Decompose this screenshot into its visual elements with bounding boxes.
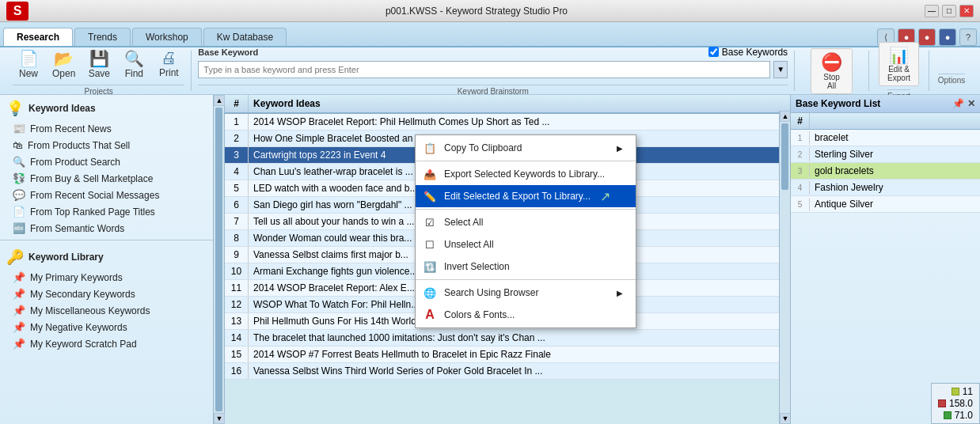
sidebar-scroll-up[interactable]: ▲: [214, 95, 225, 106]
base-keyword-input[interactable]: [198, 61, 770, 78]
keyword-table-container: # Keyword Ideas 1 2014 WSOP Bracelet Rep…: [225, 95, 790, 424]
submenu-arrow2-icon: ▶: [617, 289, 623, 297]
export-selected-icon: 📤: [422, 166, 438, 182]
right-panel-controls: 📌 ✕: [952, 98, 975, 109]
table-row[interactable]: 1 2014 WSOP Bracelet Report: Phil Hellmu…: [225, 114, 790, 131]
sidebar-item-semantic-words[interactable]: 🔤 From Semantic Words: [0, 220, 213, 237]
sidebar-item-buy-sell[interactable]: 💱 From Buy & Sell Marketplace: [0, 170, 213, 187]
title-bar: S p001.KWSS - Keyword Strategy Studio Pr…: [0, 0, 980, 22]
scratch-pad-icon: 📌: [13, 338, 25, 350]
sidebar-item-negative-kw[interactable]: 📌 My Negative Keywords: [0, 319, 213, 335]
sidebar-item-products-sell[interactable]: 🛍 From Products That Sell: [0, 137, 213, 153]
sidebar-scroll-down[interactable]: ▼: [214, 413, 225, 424]
stop-all-button[interactable]: ⛔ Stop All: [811, 48, 853, 94]
list-item-highlight[interactable]: 3 gold bracelets: [791, 163, 980, 180]
ctx-unselect-all[interactable]: ☐ Unselect All: [416, 233, 636, 256]
base-keyword-label: Base Keyword: [198, 47, 258, 57]
minimize-button[interactable]: —: [925, 5, 939, 17]
print-button[interactable]: 🖨 Print: [153, 47, 184, 81]
status-dot-green: [944, 411, 952, 419]
save-icon: 💾: [89, 49, 109, 68]
ctx-colors-fonts[interactable]: A Colors & Fonts...: [416, 304, 636, 326]
right-table-header: #: [791, 113, 980, 130]
search-browser-icon: 🌐: [422, 285, 438, 301]
options-label: Options: [938, 74, 965, 85]
edit-export-ctx-icon: ✏️: [422, 188, 438, 204]
tab-research[interactable]: Research: [3, 28, 73, 46]
find-button[interactable]: 🔍 Find: [118, 47, 150, 81]
sidebar-item-social-messages[interactable]: 💬 From Recent Social Messages: [0, 187, 213, 203]
save-button[interactable]: 💾 Save: [83, 47, 115, 81]
select-all-icon: ☑: [422, 214, 438, 230]
colors-fonts-icon: A: [422, 307, 438, 323]
semantic-words-icon: 🔤: [13, 222, 25, 234]
table-scrollbar: ▲ ▼: [779, 111, 790, 424]
ctx-export-selected[interactable]: 📤 Export Selected Keywords to Library...: [416, 163, 636, 185]
top-icon-help[interactable]: ?: [959, 28, 977, 46]
ctx-invert-selection[interactable]: 🔃 Invert Selection: [416, 256, 636, 278]
secondary-kw-icon: 📌: [13, 288, 25, 300]
edit-export-label: Edit &: [888, 65, 910, 74]
new-icon: 📄: [19, 49, 39, 68]
table-row[interactable]: 16 Vanessa Selbst Wins Third World Serie…: [225, 363, 790, 380]
list-item[interactable]: 2 Sterling Silver: [791, 146, 980, 163]
list-item[interactable]: 1 bracelet: [791, 130, 980, 146]
list-item[interactable]: 4 Fashion Jewelry: [791, 180, 980, 196]
sidebar-item-recent-news[interactable]: 📰 From Recent News: [0, 120, 213, 137]
tab-trends[interactable]: Trends: [74, 28, 131, 46]
sidebar-item-top-ranked[interactable]: 📄 From Top Ranked Page Titles: [0, 203, 213, 220]
tab-workshop[interactable]: Workshop: [132, 28, 202, 46]
table-scroll-down[interactable]: ▼: [780, 413, 790, 424]
unselect-all-icon: ☐: [422, 237, 438, 252]
copy-clipboard-icon: 📋: [422, 140, 438, 156]
ctx-select-all[interactable]: ☑ Select All: [416, 211, 636, 233]
list-item[interactable]: 5 Antique Silver: [791, 196, 980, 213]
sidebar-item-secondary-kw[interactable]: 📌 My Secondary Keywords: [0, 286, 213, 302]
base-keyword-section: Base Keyword Base Keywords ▼ Keyword Bra…: [192, 47, 794, 96]
table-row[interactable]: 14 The bracelet that launched 1000 imita…: [225, 330, 790, 346]
close-button[interactable]: ✕: [959, 5, 974, 17]
mini-status-panel: 11 158.0 71.0: [931, 383, 980, 424]
find-icon: 🔍: [124, 49, 144, 68]
ctx-divider-2: [416, 209, 636, 210]
sidebar-scroll-thumb[interactable]: [215, 108, 222, 411]
base-keywords-checkbox[interactable]: [708, 47, 719, 57]
top-icon-3[interactable]: ●: [918, 28, 936, 46]
mini-status-row-1: 11: [952, 386, 973, 397]
open-button[interactable]: 📂 Open: [47, 47, 80, 81]
ctx-search-browser[interactable]: 🌐 Search Using Browser ▶: [416, 282, 636, 304]
main-toolbar: 📄 New 📂 Open 💾 Save 🔍 Find 🖨 Print Proje…: [0, 47, 980, 95]
maximize-button[interactable]: □: [942, 5, 956, 17]
table-scroll-up[interactable]: ▲: [780, 111, 790, 122]
mini-status-row-3: 71.0: [944, 410, 973, 421]
right-panel-close-button[interactable]: ✕: [967, 98, 975, 109]
sidebar-item-primary-kw[interactable]: 📌 My Primary Keywords: [0, 269, 213, 286]
tab-kw-database[interactable]: Kw Database: [203, 28, 287, 46]
product-search-icon: 🔍: [13, 156, 25, 168]
open-icon: 📂: [54, 49, 74, 68]
tab-bar: Research Trends Workshop Kw Database ⟨ ●…: [0, 22, 980, 47]
status-dot-yellow: [952, 388, 959, 396]
edit-export-button[interactable]: 📊 Edit & Export: [879, 42, 919, 86]
sidebar-item-scratch-pad[interactable]: 📌 My Keyword Scratch Pad: [0, 335, 213, 352]
sidebar-item-misc-kw[interactable]: 📌 My Miscellaneous Keywords: [0, 302, 213, 319]
ctx-edit-export[interactable]: ✏️ Edit Selected & Export To Library... …: [416, 185, 636, 207]
sidebar-divider: [0, 240, 213, 240]
lightbulb-icon: 💡: [6, 100, 24, 117]
right-panel-pin-button[interactable]: 📌: [952, 98, 964, 109]
projects-group: 📄 New 📂 Open 💾 Save 🔍 Find 🖨 Print Proje…: [6, 51, 192, 91]
print-icon: 🖨: [161, 49, 177, 67]
projects-label: Projects: [13, 85, 184, 96]
sidebar-item-product-search[interactable]: 🔍 From Product Search: [0, 153, 213, 170]
table-row[interactable]: 15 2014 WSOP #7 Forrest Beats Hellmuth t…: [225, 346, 790, 363]
right-header-num: #: [791, 113, 810, 129]
ctx-copy-clipboard[interactable]: 📋 Copy To Clipboard ▶: [416, 137, 636, 159]
kw-header-kw: Keyword Ideas: [249, 95, 790, 112]
top-icon-4[interactable]: ●: [939, 28, 956, 46]
new-button[interactable]: 📄 New: [13, 47, 44, 81]
base-keywords-checkbox-row: Base Keywords: [708, 47, 788, 58]
table-scroll-thumb[interactable]: [781, 123, 788, 190]
base-keyword-dropdown[interactable]: ▼: [773, 61, 788, 78]
stop-icon: ⛔: [821, 52, 842, 73]
base-keyword-input-row: ▼: [198, 61, 788, 78]
